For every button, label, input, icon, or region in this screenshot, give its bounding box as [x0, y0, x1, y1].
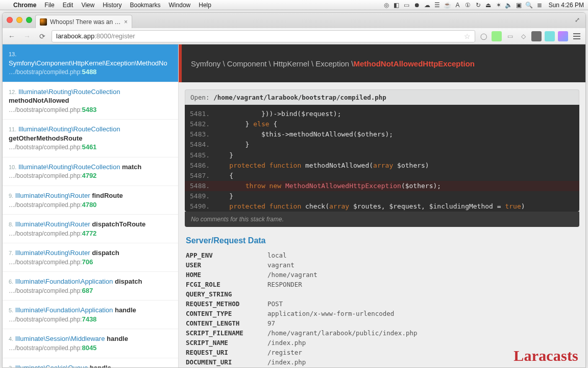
zoom-window-icon[interactable]	[26, 17, 32, 23]
stack-frame[interactable]: 11. Illuminate\Routing\RouteCollection g…	[3, 120, 178, 157]
frame-line: 8045	[82, 344, 96, 352]
server-data-table: APP_ENVlocalUSERvagrantHOME/home/vagrant…	[186, 250, 418, 367]
env-value: /index.php	[267, 338, 418, 348]
coffee-icon[interactable]: ☕	[443, 2, 453, 9]
stack-frame[interactable]: 4. Illuminate\Session\Middleware handle……	[3, 329, 178, 358]
env-key: USER	[186, 260, 267, 270]
menu-edit[interactable]: Edit	[59, 2, 78, 9]
search-icon[interactable]: 🔍	[524, 2, 534, 9]
exception-namespace: Symfony \ Component \ HttpKernel \ Excep…	[191, 59, 354, 68]
url-host: larabook.app	[56, 32, 94, 40]
tabstrip: Whoops! There was an err × ⤢	[3, 13, 585, 28]
address-bar[interactable]: larabook.app:8000/register ☆	[52, 30, 475, 42]
reload-button[interactable]: ⟳	[36, 30, 48, 42]
frame-index: 8.	[9, 221, 13, 227]
wifi-icon[interactable]: ✶	[494, 2, 504, 9]
frame-line: 7438	[82, 315, 96, 323]
frame-class: Illuminate\Cookie\Queue	[15, 364, 88, 367]
menu-window[interactable]: Window	[165, 2, 195, 9]
chat-icon[interactable]: ☰	[432, 2, 443, 9]
code-line: 5485. }	[185, 150, 579, 160]
stack-frame[interactable]: 13. Symfony\Component\HttpKernel\Excepti…	[3, 44, 178, 82]
env-row: QUERY_STRING	[186, 289, 418, 299]
record-icon[interactable]: ⏺	[412, 2, 422, 9]
clock[interactable]: Sun 4:26 PM	[545, 2, 588, 9]
stack-frame[interactable]: 7. Illuminate\Routing\Router dispatch…/b…	[3, 243, 178, 272]
env-value: /index.php	[267, 357, 418, 367]
stack-frame[interactable]: 9. Illuminate\Routing\Router findRoute…/…	[3, 186, 178, 215]
stack-frame[interactable]: 6. Illuminate\Foundation\Application dis…	[3, 272, 178, 301]
frame-method: handle	[115, 306, 136, 314]
env-row: REQUEST_URI/register	[186, 348, 418, 357]
frame-path: …/bootstrap/compiled.php:	[9, 344, 82, 352]
extension-icon[interactable]	[545, 31, 555, 41]
stack-frames: 13. Symfony\Component\HttpKernel\Excepti…	[3, 44, 179, 367]
stack-frame[interactable]: 3. Illuminate\Cookie\Queue handle…/boots…	[3, 358, 178, 367]
open-path: /home/vagrant/larabook/bootstrap/compile…	[213, 94, 386, 101]
extension-icon[interactable]	[558, 31, 568, 41]
frame-line: 5483	[82, 106, 96, 113]
code-line: 5490. protected function check(array $ro…	[185, 201, 579, 212]
favicon-icon	[40, 18, 47, 26]
frame-class: Symfony\Component\HttpKernel\Exception\M…	[9, 59, 167, 67]
open-label: Open:	[190, 94, 210, 101]
env-row: FCGI_ROLERESPONDER	[186, 280, 418, 289]
extension-icon[interactable]: ▭	[505, 31, 515, 41]
cloud-icon[interactable]: ☁	[422, 2, 432, 9]
fullscreen-icon[interactable]: ⤢	[573, 16, 581, 24]
toolbar: ← → ⟳ larabook.app:8000/register ☆ ◯ ▭ ◇	[3, 28, 585, 44]
frame-index: 3.	[9, 365, 13, 367]
stack-frame[interactable]: 8. Illuminate\Routing\Router dispatchToR…	[3, 215, 178, 243]
chrome-menu-icon[interactable]	[571, 31, 582, 42]
tab-close-icon[interactable]: ×	[124, 18, 128, 26]
menu-icon[interactable]: ≣	[534, 2, 545, 9]
minimize-window-icon[interactable]	[16, 17, 22, 23]
frame-line: 706	[82, 258, 93, 266]
code-line: 5486. protected function methodNotAllowe…	[185, 160, 579, 171]
close-window-icon[interactable]	[7, 17, 13, 23]
frame-line: 5461	[82, 143, 96, 151]
chrome-window: Whoops! There was an err × ⤢ ← → ⟳ larab…	[2, 12, 586, 368]
menu-history[interactable]: History	[99, 2, 126, 9]
frame-path: …/bootstrap/compiled.php:	[9, 68, 82, 76]
env-key: HOME	[186, 270, 267, 280]
stack-frame[interactable]: 12. Illuminate\Routing\RouteCollection m…	[3, 82, 178, 120]
frame-class: Illuminate\Routing\Router	[15, 249, 90, 257]
speaker-icon[interactable]: 🔈	[504, 2, 514, 9]
browser-tab[interactable]: Whoops! There was an err ×	[35, 15, 132, 28]
extension-icon[interactable]	[531, 31, 542, 41]
bookmark-star-icon[interactable]: ☆	[464, 32, 471, 40]
menu-file[interactable]: File	[40, 2, 58, 9]
back-button[interactable]: ←	[6, 30, 18, 42]
one-icon[interactable]: ①	[463, 2, 473, 9]
menu-help[interactable]: Help	[194, 2, 215, 9]
env-key: CONTENT_TYPE	[186, 309, 267, 318]
env-row: DOCUMENT_URI/index.php	[186, 357, 418, 367]
env-key: DOCUMENT_URI	[186, 357, 267, 367]
A-icon[interactable]: A	[453, 2, 463, 9]
menu-bookmarks[interactable]: Bookmarks	[126, 2, 165, 9]
eject-icon[interactable]: ⏏	[483, 2, 494, 9]
frame-class: Illuminate\Session\Middleware	[15, 335, 105, 342]
battery-icon[interactable]: ▣	[514, 2, 524, 9]
menu-view[interactable]: View	[77, 2, 99, 9]
env-row: APP_ENVlocal	[186, 250, 418, 260]
frame-detail: Symfony \ Component \ HttpKernel \ Excep…	[179, 44, 585, 367]
frame-method: methodNotAllowed	[9, 97, 69, 104]
frame-method: match	[122, 163, 141, 171]
extension-icon[interactable]: ◇	[518, 31, 528, 41]
env-key: SCRIPT_FILENAME	[186, 328, 267, 338]
extension-icon[interactable]	[492, 31, 502, 41]
stack-frame[interactable]: 10. Illuminate\Routing\RouteCollection m…	[3, 157, 178, 186]
refresh-icon[interactable]: ↻	[473, 2, 483, 9]
app-name[interactable]: Chrome	[9, 2, 40, 9]
env-row: DOCUMENT_ROOT/home/vagrant/larabook/publ…	[186, 367, 418, 367]
camera-icon[interactable]: ◧	[391, 2, 402, 9]
stack-frame[interactable]: 5. Illuminate\Foundation\Application han…	[3, 301, 178, 329]
location-icon[interactable]: ◎	[381, 2, 391, 9]
extension-icon[interactable]: ◯	[478, 31, 488, 41]
frame-index: 9.	[9, 193, 13, 199]
frame-class: Illuminate\Foundation\Application	[15, 278, 113, 285]
display-icon[interactable]: ▭	[402, 2, 412, 9]
frame-line: 4780	[82, 201, 96, 209]
